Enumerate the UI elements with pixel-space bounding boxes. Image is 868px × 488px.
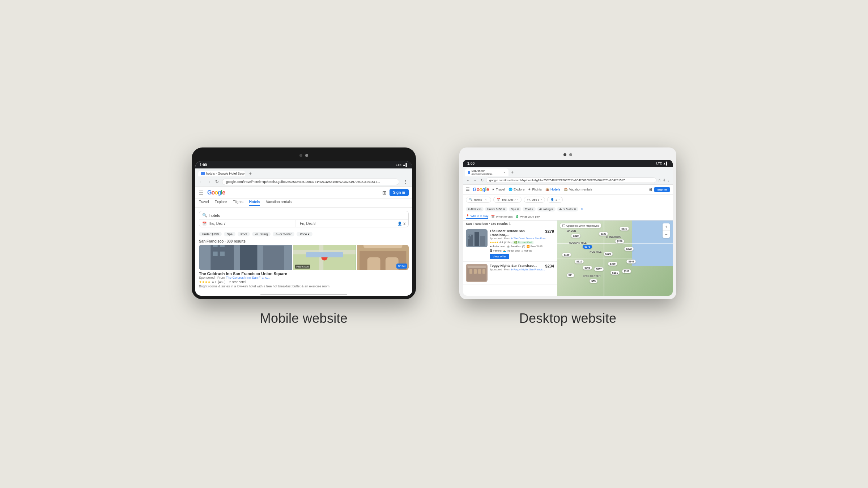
- new-tab-button[interactable]: +: [247, 170, 254, 177]
- desktop-checkout-pill[interactable]: Fri, Dec 8 ›: [524, 197, 545, 203]
- tab-when-to-visit[interactable]: 📅 When to visit: [491, 214, 512, 219]
- desktop-forward-btn[interactable]: →: [472, 178, 478, 183]
- map-pin-2[interactable]: $179: [583, 245, 592, 249]
- filter-label: Under $150: [202, 232, 219, 236]
- desktop-address-bar[interactable]: google.com/travel/search?q=hotels&g2ib=2…: [486, 177, 656, 183]
- amenity-breakfast: ☕ Breakfast (3): [507, 245, 525, 248]
- tab-what-youll-pay[interactable]: 💲 What you'll pay: [515, 214, 540, 219]
- update-map-checkbox[interactable]: Update list when map moves: [560, 223, 601, 228]
- filter-chip-2[interactable]: Pool: [238, 232, 250, 237]
- map-pin-9[interactable]: $55: [590, 279, 597, 283]
- map-zoom-controls: + −: [663, 223, 670, 238]
- desktop-filter-price[interactable]: Under $150 ✕: [485, 207, 507, 211]
- map-pin-16[interactable]: $567: [594, 267, 604, 271]
- nav-hotels[interactable]: Hotels: [249, 200, 260, 206]
- guests-field[interactable]: 👤 2: [395, 220, 408, 227]
- map-pin-6[interactable]: $229: [604, 252, 613, 256]
- desktop-back-btn[interactable]: ←: [465, 178, 471, 183]
- hotel-description: Bright rooms & suites in a low-key hotel…: [199, 284, 409, 289]
- desktop-tab-close[interactable]: ✕: [503, 171, 506, 174]
- nav-flights[interactable]: Flights: [233, 200, 243, 206]
- chrome-tab-active[interactable]: hotels - Google Hotel Search ✕: [198, 171, 245, 176]
- desktop-guests-pill[interactable]: 👤 2 ›: [547, 197, 563, 203]
- filter-chip-1[interactable]: Spa: [224, 232, 235, 237]
- desktop-hamburger[interactable]: ☰: [466, 187, 470, 192]
- search-input-row[interactable]: 🔍 hotels: [199, 211, 408, 220]
- map-pin-13[interactable]: $129: [562, 253, 571, 257]
- desktop-filter-stars[interactable]: 4- or 5-star ✕: [557, 207, 578, 211]
- nav-explore[interactable]: Explore: [214, 200, 227, 206]
- view-offer-button[interactable]: View offer: [490, 254, 509, 259]
- desktop-more-icon[interactable]: ⋮: [667, 178, 671, 182]
- map-pin-17[interactable]: $319: [622, 269, 631, 273]
- desktop-filter-rating[interactable]: 4+ rating ✕: [537, 207, 556, 211]
- map-label-nob-hill: NOB HILL: [590, 251, 601, 253]
- scroll-indicator: [260, 294, 347, 295]
- desktop-hotel-list: San Francisco · 330 results ℹ: [463, 221, 557, 296]
- filters-row-mobile: Under $150 Spa Pool 4+ rating: [195, 230, 412, 238]
- desktop-refresh-btn[interactable]: ↻: [480, 178, 485, 183]
- download-icon[interactable]: ⬇: [663, 178, 665, 182]
- search-query: hotels: [209, 213, 220, 218]
- desktop-nav-flights[interactable]: ✈ Flights: [528, 187, 542, 192]
- desktop-nav-travel[interactable]: ✈ Travel: [492, 187, 505, 192]
- filter-chip-5[interactable]: Price ▾: [297, 232, 312, 237]
- tab-where-to-stay[interactable]: 📍 Where to stay: [466, 214, 488, 219]
- zoom-out-button[interactable]: −: [663, 231, 670, 238]
- hotel-2-price: $234: [545, 264, 554, 268]
- filter-chip-4[interactable]: 4- or 5-star: [273, 232, 294, 237]
- filter-chip-3[interactable]: 4+ rating: [252, 232, 271, 237]
- map-pin-3[interactable]: $153: [599, 232, 608, 236]
- map-pin-1[interactable]: $210: [571, 234, 580, 238]
- signal-icon: LTE ▲▌: [396, 163, 408, 167]
- desktop-tab-active[interactable]: Search for accommodation... ✕: [465, 168, 509, 176]
- map-pin-4[interactable]: $288: [615, 239, 625, 243]
- tab-favicon: [201, 172, 205, 175]
- nav-travel[interactable]: Travel: [199, 200, 209, 206]
- desktop-apps-icon[interactable]: ⊞: [648, 187, 652, 192]
- map-pin-7[interactable]: $272: [624, 247, 634, 251]
- flights-icon: ✈: [528, 188, 531, 191]
- pay-icon: 💲: [515, 215, 519, 218]
- map-pin-15[interactable]: $386: [608, 262, 617, 266]
- desktop-nav-hotels[interactable]: 🏨 Hotels: [545, 187, 561, 192]
- hamburger-icon[interactable]: ☰: [199, 190, 204, 196]
- map-pin-14[interactable]: $930: [620, 227, 629, 231]
- map-pin-12[interactable]: $163: [583, 266, 592, 270]
- back-button[interactable]: ←: [198, 179, 204, 185]
- desktop-filter-spa[interactable]: Spa ✕: [509, 207, 521, 211]
- address-bar[interactable]: google.com/travel/hotels?q=hotels&g2ib=2…: [222, 179, 399, 185]
- desktop-nav-vacation[interactable]: 🏠 Vacation rentals: [564, 187, 592, 192]
- map-pin-8[interactable]: $71: [567, 273, 575, 277]
- filter-more-icon[interactable]: ✕: [580, 207, 583, 211]
- signin-button[interactable]: Sign in: [390, 189, 409, 196]
- apps-icon[interactable]: ⊞: [382, 190, 387, 196]
- desktop-filters-row: ≡ All filters Under $150 ✕ Spa ✕: [463, 205, 673, 213]
- desktop-google-logo: Google: [473, 187, 489, 192]
- desktop-filter-pool[interactable]: Pool ✕: [523, 207, 536, 211]
- mobile-tablet: 1:00 LTE ▲▌ hotels - Google Hotel Search…: [192, 147, 416, 299]
- menu-button[interactable]: ⋮: [401, 179, 409, 185]
- checkin-field[interactable]: 📅 Thu, Dec 7: [199, 220, 295, 227]
- desktop-search-input[interactable]: 🔍 hotels ✕: [466, 197, 491, 203]
- zoom-in-button[interactable]: +: [663, 223, 670, 231]
- search-icon: 🔍: [202, 213, 207, 218]
- map-pin-11[interactable]: $244: [626, 260, 636, 264]
- desktop-checkin-pill[interactable]: 📅 Thu, Dec 7 ›: [493, 197, 522, 203]
- desktop-new-tab-btn[interactable]: +: [510, 170, 515, 175]
- refresh-button[interactable]: ↻: [214, 179, 220, 185]
- desktop-filter-all[interactable]: ≡ All filters: [466, 207, 484, 211]
- desktop-signin-button[interactable]: Sign in: [654, 187, 670, 192]
- filter-label: Spa: [227, 232, 233, 236]
- map-pin-5[interactable]: $115: [575, 260, 584, 264]
- hotel-card-mobile: Francisco Francisco: [199, 245, 409, 290]
- bookmark-icon[interactable]: ☆: [658, 178, 661, 182]
- filter-label: Pool: [241, 232, 247, 236]
- nav-vacation[interactable]: Vacation rentals: [266, 200, 292, 206]
- forward-button[interactable]: →: [206, 179, 212, 185]
- desktop-nav-explore[interactable]: 🌐 Explore: [509, 187, 525, 192]
- checkout-field[interactable]: Fri, Dec 8: [297, 220, 393, 227]
- map-pin-10[interactable]: $291: [610, 271, 620, 275]
- filter-chip-0[interactable]: Under $150: [199, 232, 222, 237]
- search-clear-icon[interactable]: ✕: [485, 198, 487, 201]
